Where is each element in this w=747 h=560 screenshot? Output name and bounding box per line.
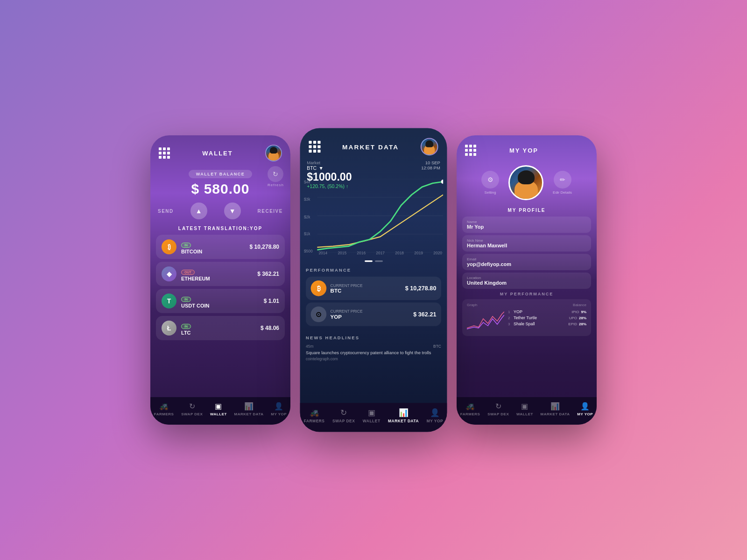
wallet-balance-section: WALLET BALANCE $ 580.00 ↻ Refresh (150, 166, 290, 203)
nick-field-value: Herman Maxwell (467, 243, 586, 248)
yop-nav-yop[interactable]: 👤 MY YOP (577, 402, 593, 416)
nav-swap[interactable]: ↻ SWAP DEX (181, 402, 203, 416)
grid-icon[interactable] (159, 147, 170, 159)
market-nav: 🚜 FARMERS ↻ SWAP DEX ▣ WALLET 📊 MARKET D… (300, 403, 447, 432)
market-nav-farmers[interactable]: 🚜 FARMERS (304, 408, 325, 423)
m-swap-label: SWAP DEX (332, 419, 355, 423)
nav-farmers[interactable]: 🚜 FARMERS (154, 402, 174, 416)
yop-grid-icon[interactable] (465, 145, 476, 156)
tx-item-usdt[interactable]: T IN USDT COIN $ 1.01 (156, 289, 285, 313)
wallet-nav: 🚜 FARMERS ↻ SWAP DEX ▣ WALLET 📊 MARKET D… (150, 397, 290, 425)
m-wallet-label: WALLET (363, 419, 381, 423)
nav-yop[interactable]: 👤 MY YOP (271, 402, 287, 416)
market-nav-swap[interactable]: ↻ SWAP DEX (332, 408, 355, 423)
location-field-label: Location (467, 276, 586, 280)
field-email: Email yop@defiyop.com (462, 254, 591, 270)
yop-nav-farmers[interactable]: 🚜 FARMERS (460, 402, 480, 416)
edit-icon: ✏ (554, 171, 571, 189)
wallet-title: WALLET (202, 150, 233, 157)
perf-yop[interactable]: ⊙ CURRENT PRICE YOP $ 362.21 (306, 302, 441, 326)
pct-1: 9% (581, 310, 586, 314)
market-nav-wallet[interactable]: ▣ WALLET (363, 408, 381, 423)
y-farmers-label: FARMERS (460, 412, 480, 416)
tx-amount-btc: $ 10,278.80 (250, 244, 279, 250)
send-label: SEND (158, 209, 174, 214)
wallet-icon: ▣ (215, 402, 222, 411)
wallet-balance-label: WALLET BALANCE (189, 170, 253, 178)
perf-data-col: 1 YOP IPIO 9% 2 Tether Turtle UPO 28% (508, 309, 586, 332)
perf-yop-coin: YOP (331, 314, 409, 320)
edit-label: Edir Details (553, 190, 572, 195)
receive-button[interactable]: ▼ (224, 203, 241, 219)
perf-yop-info: CURRENT PRICE YOP (331, 309, 409, 319)
tx-direction-eth: OUT (181, 270, 195, 275)
market-title: MARKET DATA (342, 143, 399, 151)
tx-info-ltc: IN LTC (181, 321, 256, 336)
tx-info-usdt: IN USDT COIN (181, 294, 259, 308)
perf-btc-amount: $ 10,278.80 (405, 285, 437, 292)
yop-icon: 👤 (274, 402, 283, 411)
chart-svg (317, 179, 443, 252)
edit-action[interactable]: ✏ Edir Details (553, 171, 572, 195)
page-dot-1[interactable] (365, 260, 373, 262)
page-dot-2[interactable] (375, 260, 383, 262)
profile-avatar (508, 165, 543, 200)
refresh-button[interactable]: ↻ Refresh (268, 166, 284, 187)
email-field-label: Email (467, 257, 586, 261)
btc-icon: ₿ (162, 239, 176, 254)
field-location: Location United Kingdom (462, 273, 591, 289)
ticker-3: EPID (568, 322, 577, 326)
market-avatar[interactable] (421, 138, 438, 156)
nav-yop-label: MY YOP (271, 412, 287, 416)
nav-market-label: MARKET DATA (234, 412, 264, 416)
news-text: Square launches cryptocurrency patent al… (306, 350, 441, 356)
nick-field-label: Nick Nme (467, 238, 586, 243)
market-selector[interactable]: BTC ▼ (307, 165, 352, 171)
yop-nav-wallet[interactable]: ▣ WALLET (516, 402, 533, 416)
chart-y-axis: $4k $3k $2k $1k $500 (304, 180, 313, 254)
tx-direction-ltc: IN (181, 324, 191, 329)
send-button[interactable]: ▲ (190, 203, 207, 219)
pagination-dots (300, 259, 447, 264)
news-item-1[interactable]: 45m BTC Square launches cryptocurrency p… (306, 344, 441, 361)
th-balance: Balance (573, 303, 586, 307)
field-nickname: Nick Nme Herman Maxwell (462, 235, 591, 252)
yop-header: MY YOP (457, 135, 597, 161)
latest-label: LATEST TRANSLATION:YOP (150, 226, 290, 231)
y-market-label: MARKET DATA (541, 412, 570, 416)
yop-nav-swap[interactable]: ↻ SWAP DEX (487, 402, 509, 416)
market-nav-yop[interactable]: 👤 MY YOP (427, 408, 444, 423)
tx-item-btc[interactable]: ₿ IN BITCOIN $ 10,278.80 (156, 235, 285, 259)
my-performance-section: MY PERFORMANCE Graph Balance 1 (457, 289, 597, 339)
m-yop-label: MY YOP (427, 419, 444, 423)
news-time: 45m (306, 344, 313, 349)
avatar[interactable] (265, 145, 282, 161)
news-source: cointelegraph.com (306, 357, 441, 361)
perf-btc-label: CURRENT PRICE (331, 283, 402, 287)
transaction-list: ₿ IN BITCOIN $ 10,278.80 ◆ OUT ETHEREUM … (150, 235, 290, 340)
my-perf-title: MY PERFORMANCE (462, 292, 591, 296)
perf-row-2: 2 Tether Turtle UPO 28% (508, 315, 586, 320)
market-nav-market[interactable]: 📊 MARKET DATA (388, 408, 419, 423)
settings-action[interactable]: ⚙ Setting (481, 171, 499, 195)
wallet-header: WALLET (150, 135, 290, 166)
tx-item-eth[interactable]: ◆ OUT ETHEREUM $ 362.21 (156, 262, 285, 286)
perf-yop-icon: ⊙ (311, 307, 327, 322)
yop-nav-market[interactable]: 📊 MARKET DATA (541, 402, 570, 416)
perf-btc[interactable]: ₿ CURRENT PRICE BTC $ 10,278.80 (306, 277, 441, 300)
nav-farmers-label: FARMERS (154, 412, 174, 416)
location-field-value: United Kingdom (467, 280, 586, 286)
perf-btc-coin: BTC (331, 287, 402, 294)
tx-direction-btc: IN (181, 243, 191, 248)
my-profile-title: MY PROFILE (457, 208, 597, 213)
nav-wallet-label: WALLET (210, 412, 227, 416)
ticker-1: IPIO (571, 310, 579, 314)
nav-wallet[interactable]: ▣ WALLET (210, 402, 227, 416)
market-grid-icon[interactable] (309, 141, 320, 153)
nav-market[interactable]: 📊 MARKET DATA (234, 402, 264, 416)
tx-item-ltc[interactable]: Ł IN LTC $ 48.06 (156, 316, 285, 340)
y-wallet-icon: ▣ (521, 402, 528, 411)
y-wallet-label: WALLET (516, 412, 533, 416)
yop-nav: 🚜 FARMERS ↻ SWAP DEX ▣ WALLET 📊 MARKET D… (457, 397, 597, 425)
name-field-label: Name (467, 220, 586, 224)
